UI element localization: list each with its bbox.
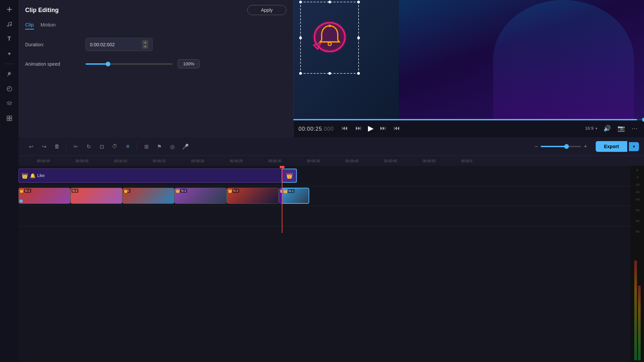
handle-middle-right[interactable]: [357, 37, 360, 39]
redo-button[interactable]: ↪: [38, 141, 50, 152]
step-forward-button[interactable]: ⏭: [379, 123, 387, 133]
crop-button[interactable]: ⊡: [96, 141, 107, 152]
sidebar-divider-1: [4, 64, 14, 64]
overlay-button[interactable]: ⊞: [141, 141, 152, 152]
video-clip-2[interactable]: fx·2: [70, 188, 122, 204]
sidebar-icon-plus[interactable]: [3, 3, 15, 15]
toolbar-divider-2: [137, 142, 137, 151]
neon-bell-sticker: [310, 18, 350, 58]
more-options-button[interactable]: ⋯: [630, 123, 639, 133]
preview-progress-thumb[interactable]: [642, 118, 644, 122]
sticker-clip-crown: 👑: [286, 173, 293, 179]
handle-bottom-right[interactable]: [357, 72, 360, 75]
sidebar-icon-music[interactable]: [3, 18, 15, 30]
toolbar: + ↩ ↪ 🗑 ✂ ↻ ⊡ ⏱ ≡ ⊞ ⚑ ◎ 🎤 − + Export ▼: [0, 137, 644, 156]
mic-button[interactable]: 🎤: [180, 141, 191, 152]
svg-rect-6: [10, 116, 12, 118]
ruler-marks: 00:00:00 00:00:05 00:00:10 00:00:15 00:0…: [37, 159, 644, 163]
vu-bar-right: [638, 286, 641, 360]
speed-slider-thumb[interactable]: [106, 62, 110, 66]
handle-bottom-left[interactable]: [299, 72, 302, 75]
preview-progress-fill: [293, 119, 637, 120]
zoom-control: − +: [535, 143, 587, 150]
duration-decrement[interactable]: ▼: [142, 45, 148, 49]
stabilize-button[interactable]: ◎: [167, 141, 178, 152]
volume-button[interactable]: 🔊: [602, 123, 612, 133]
handle-top-center[interactable]: [328, 1, 331, 3]
apply-button[interactable]: Apply: [247, 5, 286, 15]
ruler-mark-6: 00:00:30: [268, 159, 307, 163]
undo-button[interactable]: ↩: [25, 141, 37, 152]
duration-button[interactable]: ⏱: [109, 141, 120, 152]
time-main: 00:00:25: [299, 126, 322, 132]
clip5-crown: 👑: [228, 189, 232, 193]
step-back-button[interactable]: ⏭: [354, 123, 363, 133]
export-button[interactable]: Export: [596, 141, 627, 152]
svg-point-2: [7, 25, 9, 26]
delete-button[interactable]: 🗑: [51, 141, 63, 152]
tracks-content: 👑 🔔 Like 👑 👑 fx·1: [18, 166, 631, 362]
video-clip-1[interactable]: 👑 fx·1: [18, 188, 70, 204]
vu-label-minus20: -20: [635, 198, 639, 201]
video-clip-5[interactable]: 👑 fx·2: [227, 188, 279, 204]
sidebar-icon-layers[interactable]: [3, 98, 15, 110]
zoom-thumb[interactable]: [564, 144, 569, 149]
svg-rect-5: [7, 116, 9, 118]
clip5-label: fx·2: [232, 189, 239, 193]
video-clip-4[interactable]: 👑 fx·2: [174, 188, 226, 204]
duration-spinners: ▲ ▼: [142, 40, 148, 49]
sidebar-icon-color[interactable]: [3, 83, 15, 95]
handle-middle-left[interactable]: [299, 37, 302, 39]
clip7-label: fx·1: [288, 189, 295, 193]
sticker-label: Like: [37, 173, 45, 178]
animation-speed-label: Animation speed: [25, 61, 86, 67]
ruler-mark-10: 00:00:50: [423, 159, 461, 163]
preview-progress-bar[interactable]: [293, 119, 644, 120]
duration-increment[interactable]: ▲: [142, 40, 148, 44]
speed-slider-track[interactable]: [86, 63, 173, 65]
edit-panel: Clip Editing Apply Clip Motion Duration:…: [18, 0, 293, 137]
adjust-button[interactable]: ≡: [122, 141, 133, 152]
sticker-crown-icon: 👑: [21, 173, 28, 179]
zoom-out-button[interactable]: −: [535, 143, 538, 150]
toolbar-divider-1: [66, 142, 66, 151]
sidebar-icon-modules[interactable]: [3, 112, 15, 124]
handle-top-right[interactable]: [357, 1, 360, 3]
time-faded: .000: [322, 126, 334, 132]
handle-top-left[interactable]: [299, 1, 302, 3]
sidebar-icon-text[interactable]: T: [3, 33, 15, 45]
play-button[interactable]: ▶: [368, 124, 374, 133]
handle-bottom-center[interactable]: [328, 72, 331, 75]
edit-panel-header: Clip Editing Apply: [25, 5, 286, 15]
video-clip-7-selected[interactable]: 👑 fx·1: [282, 188, 309, 204]
skip-to-end-button[interactable]: ⏮: [392, 123, 401, 133]
tab-bar: Clip Motion: [25, 22, 286, 29]
preview-timestamp: 00:00:25.000: [299, 126, 334, 132]
sidebar-icon-magic[interactable]: [3, 68, 15, 80]
duration-label: Duration:: [25, 42, 86, 47]
export-dropdown-button[interactable]: ▼: [629, 142, 639, 151]
skip-to-start-button[interactable]: ⏮: [340, 123, 349, 133]
duration-input-wrapper[interactable]: 0:00:02:002 ▲ ▼: [86, 38, 153, 51]
ruler-mark-0: 00:00:00: [37, 159, 75, 163]
zoom-slider[interactable]: [541, 146, 581, 147]
clip4-label: fx·2: [180, 189, 187, 193]
redo-action-button[interactable]: ↻: [83, 141, 94, 152]
duration-value: 0:00:02:002: [90, 42, 115, 47]
snapshot-button[interactable]: 📷: [616, 123, 626, 133]
preview-panel: 00:00:25.000 ⏮ ⏭ ▶ ⏭ ⏮ 16:9 ▼ 🔊 📷 ⋯: [293, 0, 644, 137]
cut-button[interactable]: ✂: [70, 141, 81, 152]
sidebar-icon-sticker[interactable]: ✦: [3, 48, 15, 60]
zoom-in-button[interactable]: +: [584, 143, 587, 150]
tab-motion[interactable]: Motion: [41, 22, 56, 29]
video-clip-3[interactable]: fx·2 👑: [122, 188, 174, 204]
flag-button[interactable]: ⚑: [154, 141, 165, 152]
sticker-clip-selected[interactable]: 👑: [282, 169, 297, 183]
sticker-track-item-like[interactable]: 👑 🔔 Like: [18, 169, 282, 183]
tab-clip[interactable]: Clip: [25, 22, 34, 29]
svg-point-12: [328, 24, 331, 27]
sticker-selection-box[interactable]: [300, 2, 359, 74]
zoom-fill: [541, 146, 565, 147]
ruler-mark-8: 00:00:40: [345, 159, 384, 163]
timeline-ruler: 00:00:00 00:00:05 00:00:10 00:00:15 00:0…: [0, 156, 644, 166]
